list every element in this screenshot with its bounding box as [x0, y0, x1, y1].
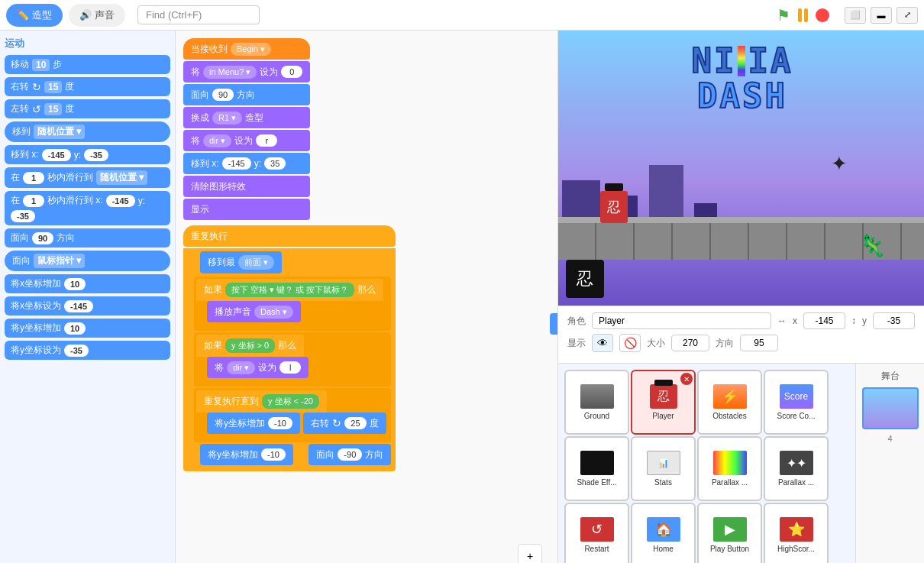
- block-go-to-xy[interactable]: 移到 x: -145 y: 35: [183, 153, 310, 174]
- floating-block-turn-left[interactable]: 左转 ↺ 25 度: [550, 313, 557, 335]
- block-if-y[interactable]: 如果 y 坐标 > 0 那么: [196, 335, 304, 357]
- sprite-card-ground[interactable]: Ground: [564, 370, 629, 435]
- block-set-dir[interactable]: 将 dir ▾ 设为 r: [183, 130, 310, 151]
- change-x-block[interactable]: 将x坐标增加 10: [5, 274, 170, 293]
- sprite-label-player: Player: [652, 412, 674, 420]
- glide-random-block[interactable]: 在 1 秒内滑行到 随机位置 ▾: [5, 167, 170, 188]
- blocks-sidebar: 运动 移动 10 步 右转 ↻ 15 度 左转 ↺ 15 度 移到 随机位置 ▾…: [0, 31, 176, 563]
- green-flag-button[interactable]: ⚑: [777, 6, 790, 24]
- sprite-card-home[interactable]: 🏠 Home: [631, 503, 696, 563]
- block-set-var[interactable]: 将 in Menu? ▾ 设为 0: [183, 61, 310, 83]
- zoom-in-btn[interactable]: +: [518, 544, 542, 563]
- block-repeat-until[interactable]: 重复执行直到 y 坐标 < -20: [196, 390, 327, 413]
- sprite-label-score: Score Co...: [777, 412, 815, 420]
- sprite-label-playbutton: Play Button: [710, 545, 749, 553]
- fullscreen-icon[interactable]: ⤢: [897, 7, 918, 24]
- top-toolbar: ✏️ 造型 🔊 声音 Find (Ctrl+F) ⚑ ⬜ ▬ ⤢: [0, 0, 924, 31]
- main-layout: 运动 移动 10 步 右转 ↻ 15 度 左转 ↺ 15 度 移到 随机位置 ▾…: [0, 31, 924, 563]
- turn-right-block[interactable]: 右转 ↻ 15 度: [5, 77, 170, 96]
- move-to-random-block[interactable]: 移到 随机位置 ▾: [5, 121, 170, 142]
- code-area: 当接收到 Begin ▾ 将 in Menu? ▾ 设为 0 面向 90 方向 …: [176, 31, 557, 563]
- sprite-card-score[interactable]: Score Score Co...: [764, 370, 829, 435]
- find-box[interactable]: Find (Ctrl+F): [137, 5, 260, 24]
- script-stack-repeat: 重复执行 移到最 前面 ▾ 如果 按下 空格 ▾ 键？ 或 按下鼠标？ 那么: [183, 225, 396, 471]
- sprite-name-field[interactable]: [592, 312, 771, 329]
- tab-shape[interactable]: ✏️ 造型: [6, 4, 63, 27]
- y-coord-arrow-label: ↕: [851, 315, 856, 326]
- block-face-dir2[interactable]: 面向 -90 方向: [309, 444, 391, 465]
- sprite-card-parallax1[interactable]: Parallax ...: [697, 436, 762, 501]
- x-coord-label: ↔: [777, 315, 787, 326]
- block-show[interactable]: 显示: [183, 199, 310, 220]
- change-y-block[interactable]: 将y坐标增加 10: [5, 319, 170, 338]
- block-change-y1[interactable]: 将y坐标增加 -10: [207, 413, 300, 434]
- sprite-card-highscore[interactable]: ⭐ HighScor...: [764, 503, 829, 563]
- stage-panel-label: 舞台: [881, 370, 900, 383]
- y-label: y: [862, 315, 867, 326]
- block-go-front[interactable]: 移到最 前面 ▾: [200, 251, 282, 273]
- sprite-card-playbutton[interactable]: ▶ Play Button: [697, 503, 762, 563]
- dir-field[interactable]: [740, 335, 778, 351]
- sprite-card-restart[interactable]: ↺ Restart: [564, 503, 629, 563]
- delete-badge-player[interactable]: ✕: [680, 373, 693, 385]
- face-direction-block[interactable]: 面向 90 方向: [5, 228, 170, 248]
- shape-icon: ✏️: [17, 9, 29, 21]
- stack-controls: + − ≡: [518, 544, 542, 563]
- block-set-dir2[interactable]: 将 dir ▾ 设为 l: [207, 357, 309, 378]
- block-clear-effects[interactable]: 清除图形特效: [183, 176, 310, 197]
- sprite-card-obstacles[interactable]: ⚡ Obstacles: [697, 370, 762, 435]
- pause-bar-left: [798, 8, 802, 22]
- stage-column: 舞台 4: [855, 364, 924, 563]
- sprite-label-stats: Stats: [654, 478, 672, 487]
- move-block[interactable]: 移动 10 步: [5, 55, 170, 74]
- glide-xy-block[interactable]: 在 1 秒内滑行到 x: -145 y: -35: [5, 191, 170, 225]
- stage-thumbnail[interactable]: [862, 387, 919, 429]
- sprite-name-label: 角色: [567, 315, 586, 328]
- turn-left-block[interactable]: 左转 ↺ 15 度: [5, 99, 170, 118]
- show-button[interactable]: 👁: [592, 334, 613, 352]
- block-change-y2[interactable]: 将y坐标增加 -10: [200, 444, 293, 465]
- sprite-card-player[interactable]: ✕ 忍 Player: [631, 370, 696, 435]
- right-panel: N I I A D A S H: [557, 31, 924, 563]
- set-y-block[interactable]: 将y坐标设为 -35: [5, 341, 170, 360]
- bg-count: 4: [887, 434, 892, 443]
- split-view-icon[interactable]: ⬜: [845, 7, 866, 24]
- stage-left-icon[interactable]: ▬: [871, 7, 892, 24]
- move-to-xy-block[interactable]: 移到 x: -145 y: -35: [5, 145, 170, 164]
- set-x-block[interactable]: 将x坐标设为 -145: [5, 296, 170, 315]
- sprite-label-restart: Restart: [584, 545, 609, 553]
- sprite-card-parallax2[interactable]: ✦✦ Parallax ...: [764, 436, 829, 501]
- sprite-info-row1: 角色 ↔ x ↕ y: [567, 312, 915, 329]
- pause-bar-right: [804, 8, 808, 22]
- sprite-grid: Ground ✕ 忍 Player ⚡ Obstacles Score Scor…: [558, 364, 855, 563]
- block-face-direction[interactable]: 面向 90 方向: [183, 84, 310, 105]
- x-coord-field[interactable]: [803, 312, 845, 329]
- bottom-area: Ground ✕ 忍 Player ⚡ Obstacles Score Scor…: [558, 364, 924, 563]
- sound-icon: 🔊: [79, 9, 92, 21]
- sprite-label-ground: Ground: [584, 412, 609, 420]
- stop-button[interactable]: [816, 8, 829, 22]
- face-pointer-block[interactable]: 面向 鼠标指针 ▾: [5, 251, 170, 271]
- sprite-card-stats[interactable]: 📊 Stats: [631, 436, 696, 501]
- block-forever[interactable]: 重复执行: [183, 225, 396, 247]
- sprite-card-shade[interactable]: Shade Eff...: [564, 436, 629, 501]
- pause-button[interactable]: [798, 8, 808, 22]
- sprite-label-parallax2: Parallax ...: [778, 478, 814, 487]
- size-field[interactable]: [671, 335, 709, 351]
- hide-button[interactable]: 🚫: [619, 334, 641, 352]
- category-title: 运动: [5, 37, 170, 50]
- block-switch-costume[interactable]: 换成 R1 ▾ 造型: [183, 107, 310, 128]
- y-coord-field[interactable]: [873, 312, 915, 329]
- sprite-label-parallax1: Parallax ...: [712, 478, 748, 487]
- player-icon: 忍: [650, 384, 677, 409]
- x-label: x: [793, 315, 797, 326]
- code-canvas: 当接收到 Begin ▾ 将 in Menu? ▾ 设为 0 面向 90 方向 …: [176, 31, 557, 563]
- script-stack-begin: 当接收到 Begin ▾ 将 in Menu? ▾ 设为 0 面向 90 方向 …: [183, 38, 310, 220]
- block-when-receive[interactable]: 当接收到 Begin ▾: [183, 38, 310, 60]
- block-turn-right[interactable]: 右转 ↻ 25 度: [303, 413, 386, 434]
- block-play-sound[interactable]: 播放声音 Dash ▾: [207, 301, 301, 322]
- dir-label: 方向: [716, 337, 734, 350]
- sprite-label-shade: Shade Eff...: [577, 478, 616, 487]
- tab-sound[interactable]: 🔊 声音: [69, 4, 125, 27]
- block-if-key[interactable]: 如果 按下 空格 ▾ 键？ 或 按下鼠标？ 那么: [196, 279, 383, 301]
